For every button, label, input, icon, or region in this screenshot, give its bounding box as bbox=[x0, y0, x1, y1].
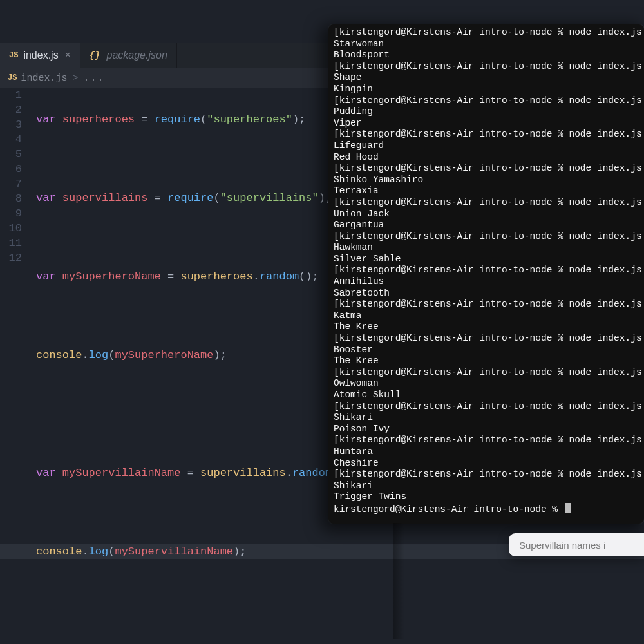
terminal-line: [kirstengord@Kirstens-Air intro-to-node … bbox=[334, 469, 640, 480]
terminal-line: [kirstengord@Kirstens-Air intro-to-node … bbox=[334, 27, 640, 39]
terminal-line: [kirstengord@Kirstens-Air intro-to-node … bbox=[334, 95, 640, 107]
terminal-output: Shikari bbox=[334, 412, 640, 424]
json-icon: {} bbox=[90, 50, 100, 61]
line-number: 2 bbox=[0, 102, 22, 117]
tooltip-text: Supervillain names i bbox=[519, 540, 605, 551]
line-number: 9 bbox=[0, 206, 22, 221]
terminal-output: Owlwoman bbox=[334, 378, 640, 390]
terminal-output: The Kree bbox=[334, 355, 640, 367]
terminal-line: [kirstengord@Kirstens-Air intro-to-node … bbox=[334, 61, 640, 73]
terminal-prompt[interactable]: kirstengord@Kirstens-Air intro-to-node % bbox=[334, 503, 640, 516]
terminal-output: Viper bbox=[334, 118, 640, 129]
terminal-output: Union Jack bbox=[334, 209, 640, 220]
line-number: 10 bbox=[0, 221, 22, 236]
terminal-line: [kirstengord@Kirstens-Air intro-to-node … bbox=[334, 163, 640, 175]
line-number: 7 bbox=[0, 176, 22, 191]
line-number: 6 bbox=[0, 162, 22, 176]
line-number: 5 bbox=[0, 147, 22, 162]
line-number: 11 bbox=[0, 236, 22, 251]
tab-package-json[interactable]: {} package.json bbox=[80, 43, 177, 68]
terminal-output: Lifeguard bbox=[334, 140, 640, 152]
tooltip-supervillain: Supervillain names i bbox=[509, 533, 644, 556]
chevron-right-icon: > bbox=[72, 73, 78, 84]
terminal-output: Booster bbox=[334, 345, 640, 356]
tab-index-js[interactable]: JS index.js × bbox=[0, 43, 80, 68]
gutter: 1 2 3 4 5 6 7 8 9 10 11 12 bbox=[0, 88, 26, 265]
terminal-output: Starwoman bbox=[334, 39, 640, 50]
terminal-line: [kirstengord@Kirstens-Air intro-to-node … bbox=[334, 333, 640, 345]
terminal-output: Shikari bbox=[334, 480, 640, 492]
breadcrumb-more: ... bbox=[83, 73, 104, 84]
tab-label: package.json bbox=[106, 50, 167, 61]
terminal-line: [kirstengord@Kirstens-Air intro-to-node … bbox=[334, 401, 640, 413]
terminal-line: [kirstengord@Kirstens-Air intro-to-node … bbox=[334, 299, 640, 310]
breadcrumb-file: index.js bbox=[21, 73, 67, 84]
terminal-window[interactable]: [kirstengord@Kirstens-Air intro-to-node … bbox=[328, 24, 644, 524]
terminal-output: Sabretooth bbox=[334, 288, 640, 299]
terminal-output: The Kree bbox=[334, 321, 640, 333]
terminal-output: Red Hood bbox=[334, 152, 640, 164]
line-number: 1 bbox=[0, 88, 22, 102]
terminal-output: Terraxia bbox=[334, 185, 640, 197]
terminal-output: Bloodsport bbox=[334, 50, 640, 61]
panel-shadow bbox=[393, 523, 404, 639]
line-number: 12 bbox=[0, 251, 22, 265]
close-icon[interactable]: × bbox=[65, 50, 71, 61]
terminal-output: Poison Ivy bbox=[334, 424, 640, 435]
terminal-line: [kirstengord@Kirstens-Air intro-to-node … bbox=[334, 231, 640, 243]
terminal-output: Gargantua bbox=[334, 220, 640, 231]
line-number: 3 bbox=[0, 117, 22, 132]
terminal-line: [kirstengord@Kirstens-Air intro-to-node … bbox=[334, 435, 640, 446]
terminal-output: Hawkman bbox=[334, 242, 640, 254]
cursor-icon bbox=[565, 503, 571, 513]
js-icon: JS bbox=[9, 51, 18, 60]
terminal-output: Kingpin bbox=[334, 84, 640, 95]
terminal-output: Silver Sable bbox=[334, 254, 640, 265]
terminal-output: Annihilus bbox=[334, 276, 640, 288]
line-number: 4 bbox=[0, 132, 22, 147]
terminal-line: [kirstengord@Kirstens-Air intro-to-node … bbox=[334, 197, 640, 209]
terminal-output: Shinko Yamashiro bbox=[334, 175, 640, 186]
tab-label: index.js bbox=[23, 50, 58, 61]
terminal-line: [kirstengord@Kirstens-Air intro-to-node … bbox=[334, 129, 640, 140]
terminal-line: [kirstengord@Kirstens-Air intro-to-node … bbox=[334, 265, 640, 276]
terminal-output: Katma bbox=[334, 310, 640, 322]
terminal-output: Huntara bbox=[334, 446, 640, 458]
terminal-output: Atomic Skull bbox=[334, 390, 640, 401]
terminal-output: Cheshire bbox=[334, 458, 640, 469]
terminal-output: Pudding bbox=[334, 106, 640, 118]
terminal-output: Shape bbox=[334, 72, 640, 84]
line-number: 8 bbox=[0, 191, 22, 206]
terminal-line: [kirstengord@Kirstens-Air intro-to-node … bbox=[334, 367, 640, 379]
js-icon: JS bbox=[8, 73, 17, 82]
terminal-output: Trigger Twins bbox=[334, 491, 640, 503]
